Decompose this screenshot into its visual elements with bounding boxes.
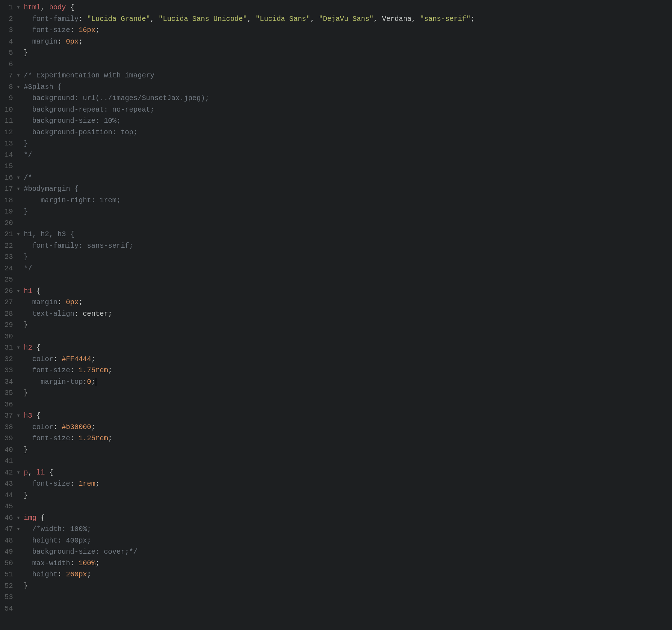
line-number: 8 [0, 82, 15, 93]
code-line[interactable]: text-align: center; [24, 309, 672, 320]
code-line[interactable]: h1 { [24, 286, 672, 297]
token-str: "Lucida Sans Unicode" [158, 14, 247, 25]
fold-toggle-icon[interactable]: ▼ [15, 184, 22, 195]
code-line[interactable]: margin-top:0; [24, 377, 672, 388]
fold-toggle-icon[interactable]: ▼ [15, 524, 22, 535]
fold-toggle-icon[interactable]: ▼ [15, 467, 22, 479]
fold-toggle-icon[interactable]: ▼ [15, 342, 22, 354]
code-line[interactable] [24, 59, 672, 71]
token-comment: margin-right: 1rem; [41, 195, 121, 206]
fold-toggle-icon[interactable]: ▼ [15, 70, 22, 82]
code-line[interactable]: } [24, 252, 672, 263]
code-line[interactable]: font-family: "Lucida Grande", "Lucida Sa… [24, 14, 672, 25]
code-line[interactable]: } [24, 48, 672, 59]
fold-toggle-icon [15, 546, 22, 558]
code-line[interactable]: */ [24, 263, 672, 275]
fold-toggle-icon[interactable]: ▼ [15, 513, 22, 524]
line-number: 35 [0, 388, 15, 399]
line-number: 28 [0, 309, 15, 320]
code-line[interactable]: color: #b30000; [24, 422, 672, 433]
code-line[interactable]: background-size: cover;*/ [24, 546, 672, 558]
code-area[interactable]: html, body { font-family: "Lucida Grande… [22, 0, 672, 630]
token-prop: height [32, 569, 57, 580]
line-number: 10 [0, 104, 15, 116]
code-line[interactable]: /*width: 100%; [24, 524, 672, 535]
line-number: 48 [0, 535, 15, 547]
code-line[interactable]: } [24, 490, 672, 501]
fold-toggle-icon [15, 59, 22, 71]
code-line[interactable]: } [24, 206, 672, 218]
token-tag: h3 [24, 410, 32, 422]
token-punc: } [24, 388, 28, 399]
line-number: 5 [0, 48, 15, 59]
code-line[interactable]: img { [24, 513, 672, 524]
code-line[interactable]: background-size: 10%; [24, 116, 672, 127]
code-line[interactable] [24, 161, 672, 172]
code-line[interactable]: font-size: 1.75rem; [24, 365, 672, 377]
code-line[interactable]: color: #FF4444; [24, 354, 672, 365]
code-editor[interactable]: 1234567891011121314151617181920212223242… [0, 0, 672, 630]
code-line[interactable]: } [24, 445, 672, 456]
token-punc: ; [470, 14, 475, 25]
code-line[interactable]: margin-right: 1rem; [24, 195, 672, 207]
token-punc: ; [108, 433, 112, 444]
token-punc: , [247, 14, 255, 25]
code-line[interactable]: } [24, 138, 672, 150]
code-line[interactable]: background-position: top; [24, 127, 672, 139]
token-punc: : [70, 25, 79, 36]
fold-toggle-icon[interactable]: ▼ [15, 286, 22, 297]
code-line[interactable] [24, 274, 672, 286]
code-line[interactable]: font-size: 1rem; [24, 478, 672, 490]
token-punc: ; [108, 365, 112, 376]
code-line[interactable]: h1, h2, h3 { [24, 229, 672, 240]
code-line[interactable]: h3 { [24, 410, 672, 422]
code-line[interactable] [24, 331, 672, 343]
code-line[interactable] [24, 501, 672, 513]
code-line[interactable]: html, body { [24, 2, 672, 14]
code-line[interactable]: margin: 0px; [24, 36, 672, 48]
code-line[interactable]: font-size: 1.25rem; [24, 433, 672, 445]
code-line[interactable]: font-family: sans-serif; [24, 240, 672, 252]
code-line[interactable]: */ [24, 150, 672, 161]
code-line[interactable] [24, 399, 672, 411]
fold-toggle-icon[interactable]: ▼ [15, 410, 22, 422]
code-line[interactable]: #bodymargin { [24, 184, 672, 195]
fold-gutter[interactable]: ▼▼▼▼▼▼▼▼▼▼▼▼ [15, 0, 22, 630]
fold-toggle-icon[interactable]: ▼ [15, 2, 22, 14]
code-line[interactable]: background-repeat: no-repeat; [24, 104, 672, 116]
fold-toggle-icon [15, 297, 22, 309]
code-line[interactable]: } [24, 320, 672, 331]
fold-toggle-icon[interactable]: ▼ [15, 229, 22, 240]
code-line[interactable]: font-size: 16px; [24, 25, 672, 36]
code-line[interactable]: } [24, 581, 672, 592]
code-line[interactable]: } [24, 388, 672, 399]
code-line[interactable]: max-width: 100%; [24, 558, 672, 570]
code-line[interactable] [24, 456, 672, 467]
fold-toggle-icon [15, 490, 22, 501]
fold-toggle-icon[interactable]: ▼ [15, 172, 22, 184]
fold-toggle-icon [15, 354, 22, 365]
token-str: "Lucida Sans" [256, 14, 310, 25]
fold-toggle-icon [15, 592, 22, 603]
fold-toggle-icon[interactable]: ▼ [15, 82, 22, 93]
token-punc: : [58, 36, 66, 48]
code-line[interactable] [24, 218, 672, 229]
code-line[interactable]: h2 { [24, 342, 672, 354]
token-comment: background-size: cover;*/ [32, 546, 138, 558]
code-line[interactable]: height: 260px; [24, 569, 672, 581]
fold-toggle-icon [15, 309, 22, 320]
token-num: 1.25rem [79, 433, 108, 444]
code-line[interactable]: height: 400px; [24, 535, 672, 547]
code-line[interactable]: p, li { [24, 467, 672, 479]
fold-toggle-icon [15, 320, 22, 331]
code-line[interactable] [24, 603, 672, 615]
code-line[interactable]: /* [24, 172, 672, 184]
line-number: 19 [0, 206, 15, 218]
code-line[interactable]: #Splash { [24, 82, 672, 93]
code-line[interactable]: margin: 0px; [24, 297, 672, 309]
token-punc: : [79, 14, 87, 25]
line-number: 40 [0, 445, 15, 456]
code-line[interactable]: background: url(../images/SunsetJax.jpeg… [24, 93, 672, 104]
code-line[interactable]: /* Experimentation with imagery [24, 70, 672, 82]
code-line[interactable] [24, 592, 672, 603]
